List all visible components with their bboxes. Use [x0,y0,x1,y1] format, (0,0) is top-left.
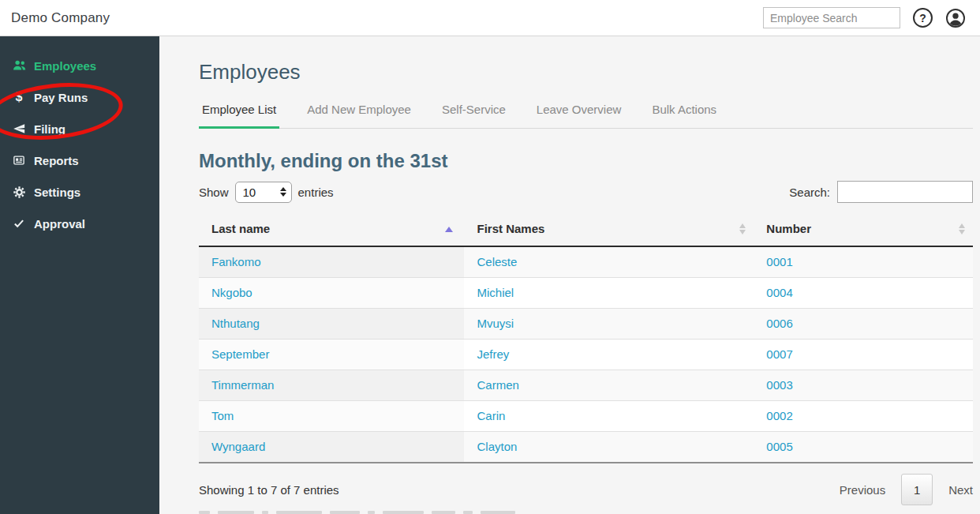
employee-number-link[interactable]: 0005 [766,440,792,453]
employee-first-name-link[interactable]: Clayton [477,440,517,453]
sidebar-item-label: Settings [34,186,80,199]
employee-number-link[interactable]: 0003 [766,378,792,392]
employee-number-link[interactable]: 0001 [766,255,792,268]
table-search-input[interactable] [837,181,973,203]
column-header-first-names[interactable]: First Names [464,213,754,246]
employee-number-link[interactable]: 0006 [766,317,792,330]
previous-button[interactable]: Previous [840,483,885,497]
tab-bulk-actions[interactable]: Bulk Actions [649,103,720,128]
user-account-icon[interactable] [945,8,966,28]
sidebar-item-pay-runs[interactable]: $ Pay Runs [0,81,159,113]
table-row: Nkgobo Michiel 0004 [199,278,973,309]
app-window: Demo Company ? Employee [0,0,980,514]
topbar: Demo Company ? [0,0,980,36]
sidebar: Employees $ Pay Runs Filing [0,36,159,514]
users-icon [10,59,28,72]
tab-bar: Employee List Add New Employee Self-Serv… [199,103,973,129]
sidebar-item-label: Reports [34,154,79,167]
sidebar-item-label: Filing [34,122,65,136]
company-name: Demo Company [11,10,110,26]
employee-first-name-link[interactable]: Michiel [477,286,514,299]
column-header-last-name[interactable]: Last name [199,213,464,246]
dollar-icon: $ [10,91,28,103]
show-label: Show [199,186,229,199]
employee-first-name-link[interactable]: Carmen [477,378,518,392]
employee-table: Last name First Names Number Fankomo [199,213,973,463]
sidebar-item-employees[interactable]: Employees [0,50,159,81]
sidebar-item-filing[interactable]: Filing [0,113,159,144]
employee-number-link[interactable]: 0002 [766,409,792,422]
help-icon[interactable]: ? [913,8,933,28]
table-row: Wyngaard Clayton 0005 [199,432,973,463]
employee-last-name-link[interactable]: Nthutang [211,317,260,330]
employee-number-link[interactable]: 0004 [766,286,792,299]
search-label: Search: [789,186,830,199]
sidebar-item-settings[interactable]: Settings [0,176,159,208]
sidebar-item-label: Approval [34,217,85,231]
table-row: September Jefrey 0007 [199,340,973,370]
employee-search-input[interactable] [763,7,900,28]
tab-employee-list[interactable]: Employee List [199,103,279,129]
main-content: Employees Employee List Add New Employee… [159,36,980,514]
next-button[interactable]: Next [948,483,973,497]
table-footer: Showing 1 to 7 of 7 entries Previous 1 N… [199,474,973,505]
table-row: Timmerman Carmen 0003 [199,370,973,401]
search-control: Search: [789,181,973,203]
sidebar-item-label: Pay Runs [34,91,88,104]
sort-both-icon [959,223,965,234]
newspaper-icon [10,154,28,167]
topbar-right: ? [763,7,966,28]
pagination: Previous 1 Next [840,474,973,505]
table-controls: Show 10 entries Search: [199,181,973,203]
table-header-row: Last name First Names Number [199,213,973,246]
tab-leave-overview[interactable]: Leave Overview [533,103,625,128]
page-title: Employees [199,60,973,84]
gear-icon [10,186,28,199]
employee-first-name-link[interactable]: Jefrey [477,347,509,361]
entries-summary: Showing 1 to 7 of 7 entries [199,483,339,497]
employee-first-name-link[interactable]: Mvuysi [477,317,514,330]
page-1-button[interactable]: 1 [901,474,933,505]
entries-select-value: 10 [243,186,256,199]
sidebar-item-reports[interactable]: Reports [0,144,159,176]
employee-number-link[interactable]: 0007 [766,347,792,361]
sidebar-item-label: Employees [34,59,96,73]
select-arrows-icon [280,187,286,197]
employee-last-name-link[interactable]: Timmerman [211,378,274,392]
employee-last-name-link[interactable]: Fankomo [211,255,261,268]
table-row: Nthutang Mvuysi 0006 [199,309,973,340]
sort-both-icon [739,223,746,234]
employee-last-name-link[interactable]: September [211,347,269,361]
pay-frequency-title: Monthly, ending on the 31st [199,150,973,172]
employee-first-name-link[interactable]: Carin [477,409,505,422]
employee-last-name-link[interactable]: Wyngaard [211,440,265,453]
paper-plane-icon [10,122,28,135]
entries-select[interactable]: 10 [235,182,292,203]
table-row: Tom Carin 0002 [199,401,973,432]
entries-control: Show 10 entries [199,182,334,203]
tab-self-service[interactable]: Self-Service [439,103,509,128]
cutoff-text-fragment [199,511,515,514]
column-header-number[interactable]: Number [754,213,973,246]
check-icon [10,218,28,229]
sort-asc-icon [445,227,453,232]
sidebar-item-approval[interactable]: Approval [0,208,159,239]
table-row: Fankomo Celeste 0001 [199,246,973,278]
employee-last-name-link[interactable]: Tom [211,409,234,422]
employee-last-name-link[interactable]: Nkgobo [211,286,252,299]
tab-add-new-employee[interactable]: Add New Employee [304,103,414,128]
employee-first-name-link[interactable]: Celeste [477,255,517,268]
entries-label: entries [298,186,334,199]
